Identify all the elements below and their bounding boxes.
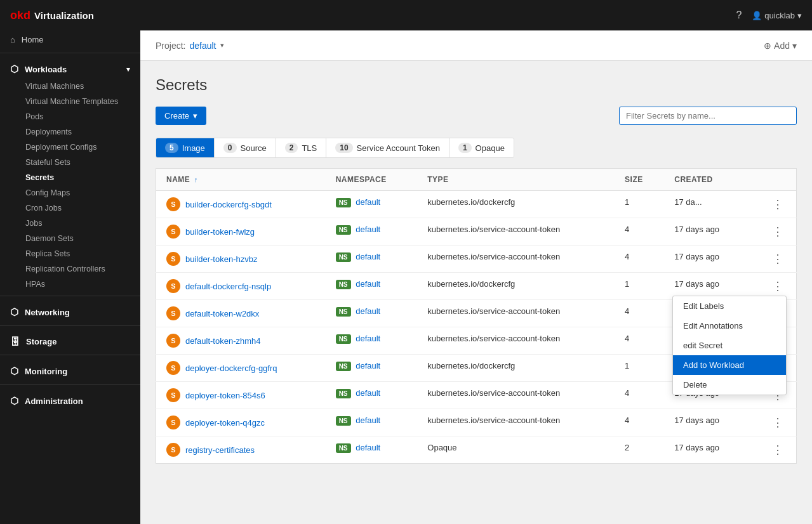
context-menu-item-edit-secret[interactable]: edit Secret (673, 336, 786, 355)
secret-size-cell: 1 (615, 355, 664, 382)
namespace-badge: NS (336, 225, 351, 235)
namespace-link[interactable]: default (356, 334, 380, 343)
sidebar-item-deployment-configs[interactable]: Deployment Configs (0, 140, 140, 155)
filter-tab-opaque[interactable]: 1Opaque (449, 138, 514, 157)
sidebar-item-secrets[interactable]: Secrets (0, 170, 140, 185)
secret-name-link[interactable]: S default-token-w2dkx (166, 306, 316, 320)
sidebar-section-administration[interactable]: ⬡ Administration (0, 389, 140, 410)
context-menu-item-edit-labels[interactable]: Edit Labels (673, 296, 786, 316)
secret-name-link[interactable]: S deployer-dockercfg-ggfrq (166, 361, 316, 375)
namespace-link[interactable]: default (356, 279, 380, 289)
kebab-menu-button[interactable]: ⋮ (769, 443, 786, 457)
col-type[interactable]: TYPE (417, 169, 615, 191)
kebab-menu-button[interactable]: ⋮ (769, 252, 786, 266)
secret-actions-cell: ⋮ (749, 218, 797, 246)
context-menu-item-edit-annotations[interactable]: Edit Annotations (673, 316, 786, 336)
create-label: Create (164, 111, 189, 121)
secret-name-link[interactable]: S registry-certificates (166, 443, 316, 457)
filter-tab-image[interactable]: 5Image (156, 138, 215, 157)
filter-tab-tls[interactable]: 2TLS (276, 138, 327, 157)
col-name[interactable]: NAME ↑ (156, 169, 326, 191)
secret-type-cell: kubernetes.io/service-account-token (417, 246, 615, 273)
secret-icon: S (166, 388, 180, 402)
context-menu-item-delete[interactable]: Delete (673, 375, 786, 395)
kebab-menu-button[interactable]: ⋮ (769, 197, 786, 211)
secret-name-link[interactable]: S default-dockercfg-nsqlp (166, 279, 316, 293)
secret-name-link[interactable]: S builder-token-hzvbz (166, 252, 316, 266)
namespace-link[interactable]: default (356, 416, 380, 425)
secret-name-cell: S builder-dockercfg-sbgdt (156, 191, 326, 218)
sidebar-item-home[interactable]: ⌂ Home (0, 30, 140, 49)
col-created[interactable]: CREATED (664, 169, 749, 191)
kebab-menu-button[interactable]: ⋮ (769, 225, 786, 239)
secret-name-link[interactable]: S deployer-token-854s6 (166, 388, 316, 402)
namespace-link[interactable]: default (356, 361, 380, 370)
sidebar-item-stateful-sets[interactable]: Stateful Sets (0, 155, 140, 170)
sidebar-item-cron-jobs[interactable]: Cron Jobs (0, 200, 140, 216)
sidebar-item-config-maps[interactable]: Config Maps (0, 185, 140, 200)
sidebar-item-hpas[interactable]: HPAs (0, 277, 140, 292)
sidebar-item-virtual-machines[interactable]: Virtual Machines (0, 79, 140, 94)
namespace-badge: NS (336, 362, 351, 371)
project-name[interactable]: default (189, 41, 216, 51)
col-size[interactable]: SIZE (615, 169, 664, 191)
help-icon[interactable]: ? (736, 10, 742, 21)
sidebar-section-workloads[interactable]: ⬡ Workloads ▾ (0, 57, 140, 79)
secret-name-link[interactable]: S builder-token-fwlzg (166, 225, 316, 239)
namespace-link[interactable]: default (356, 197, 380, 207)
sidebar-workloads-label: Workloads (25, 65, 67, 74)
secret-created-cell: 17 days ago (664, 218, 749, 246)
sidebar-item-replica-sets[interactable]: Replica Sets (0, 246, 140, 261)
secret-name-link[interactable]: S default-token-zhmh4 (166, 334, 316, 348)
kebab-menu-button[interactable]: ⋮ (769, 279, 786, 293)
secret-icon: S (166, 306, 180, 320)
sidebar-item-daemon-sets[interactable]: Daemon Sets (0, 231, 140, 246)
sidebar-administration-label: Administration (25, 396, 83, 406)
tab-label: Image (182, 143, 205, 153)
tab-label: Source (241, 143, 267, 153)
namespace-link[interactable]: default (356, 443, 380, 452)
add-button[interactable]: ⊕ Add ▾ (764, 41, 797, 51)
col-namespace[interactable]: NAMESPACE (326, 169, 418, 191)
sidebar-item-deployments[interactable]: Deployments (0, 124, 140, 140)
kebab-menu-button[interactable]: ⋮ (769, 416, 786, 429)
tab-count: 1 (458, 143, 472, 153)
namespace-link[interactable]: default (356, 225, 380, 234)
secret-icon: S (166, 225, 180, 239)
namespace-link[interactable]: default (356, 306, 380, 316)
secret-namespace-cell: NS default (326, 436, 418, 464)
sidebar: ⌂ Home ⬡ Workloads ▾ Virtual Machines Vi… (0, 30, 140, 524)
user-chevron-icon: ▾ (797, 11, 802, 20)
sidebar-section-networking[interactable]: ⬡ Networking (0, 300, 140, 322)
storage-icon: 🗄 (10, 336, 20, 347)
sidebar-item-replication-controllers[interactable]: Replication Controllers (0, 261, 140, 277)
sidebar-item-virtual-machine-templates[interactable]: Virtual Machine Templates (0, 94, 140, 109)
secret-size-cell: 4 (615, 382, 664, 409)
namespace-badge: NS (336, 416, 351, 426)
filter-tab-source[interactable]: 0Source (215, 138, 276, 157)
secret-name-link[interactable]: S builder-dockercfg-sbgdt (166, 197, 316, 211)
sidebar-monitoring-label: Monitoring (25, 367, 67, 376)
secret-namespace-cell: NS default (326, 300, 418, 327)
sidebar-item-pods[interactable]: Pods (0, 109, 140, 124)
secret-type-cell: kubernetes.io/service-account-token (417, 300, 615, 327)
context-menu-item-add-to-workload[interactable]: Add to Workload (673, 355, 786, 375)
create-button[interactable]: Create ▾ (156, 107, 206, 125)
secret-namespace-cell: NS default (326, 218, 418, 246)
secret-namespace-cell: NS default (326, 273, 418, 300)
namespace-link[interactable]: default (356, 388, 380, 398)
sidebar-section-storage[interactable]: 🗄 Storage (0, 330, 140, 351)
administration-icon: ⬡ (10, 395, 18, 407)
sidebar-section-monitoring[interactable]: ⬡ Monitoring (0, 359, 140, 381)
sidebar-item-jobs[interactable]: Jobs (0, 216, 140, 231)
tab-label: Opaque (476, 143, 505, 153)
filter-input[interactable] (619, 107, 797, 125)
user-menu[interactable]: 👤 quicklab ▾ (752, 11, 802, 20)
namespace-link[interactable]: default (356, 252, 380, 261)
filter-tab-service-account-token[interactable]: 10Service Account Token (326, 138, 449, 157)
namespace-badge: NS (336, 334, 351, 344)
secret-namespace-cell: NS default (326, 409, 418, 436)
secret-name-link[interactable]: S deployer-token-q4gzc (166, 416, 316, 429)
secret-size-cell: 4 (615, 246, 664, 273)
app-logo[interactable]: okd Virtualization (10, 9, 94, 22)
